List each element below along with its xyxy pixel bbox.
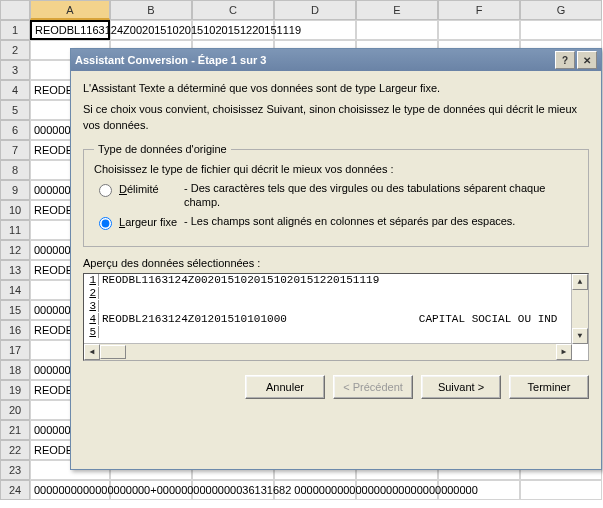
row-header-19[interactable]: 19	[0, 380, 30, 400]
cell-F1[interactable]	[438, 20, 520, 40]
delimited-label[interactable]: Délimité	[119, 183, 159, 195]
row-header-11[interactable]: 11	[0, 220, 30, 240]
preview-line: 3	[84, 300, 572, 313]
fixed-width-radio[interactable]	[99, 217, 112, 230]
intro-line-2: Si ce choix vous convient, choisissez Su…	[83, 102, 589, 133]
column-header-B[interactable]: B	[110, 0, 192, 20]
column-header-F[interactable]: F	[438, 0, 520, 20]
select-all-corner[interactable]	[0, 0, 30, 20]
finish-button[interactable]: Terminer	[509, 375, 589, 399]
dialog-titlebar[interactable]: Assistant Conversion - Étape 1 sur 3 ? ✕	[71, 49, 601, 71]
text-import-wizard-dialog: Assistant Conversion - Étape 1 sur 3 ? ✕…	[70, 48, 602, 470]
column-header-E[interactable]: E	[356, 0, 438, 20]
delimited-desc: - Des caractères tels que des virgules o…	[184, 181, 578, 210]
row-header-16[interactable]: 16	[0, 320, 30, 340]
cell-G24[interactable]	[520, 480, 602, 500]
row-header-13[interactable]: 13	[0, 260, 30, 280]
preview-label: Aperçu des données sélectionnées :	[83, 257, 589, 269]
fixed-width-label[interactable]: Largeur fixe	[119, 216, 177, 228]
back-button: < Précédent	[333, 375, 413, 399]
fixed-width-desc: - Les champs sont alignés en colonnes et…	[184, 214, 578, 228]
scroll-up-icon[interactable]: ▲	[572, 274, 588, 290]
column-header-A[interactable]: A	[30, 0, 110, 20]
row-header-10[interactable]: 10	[0, 200, 30, 220]
column-header-D[interactable]: D	[274, 0, 356, 20]
row-header-1[interactable]: 1	[0, 20, 30, 40]
cancel-button[interactable]: Annuler	[245, 375, 325, 399]
row-header-22[interactable]: 22	[0, 440, 30, 460]
column-header-C[interactable]: C	[192, 0, 274, 20]
scroll-right-icon[interactable]: ▶	[556, 344, 572, 360]
preview-line: 5	[84, 326, 572, 339]
preview-line: 1REODBL1163124Z0020151020151020151220151…	[84, 274, 572, 287]
row-header-23[interactable]: 23	[0, 460, 30, 480]
scroll-left-icon[interactable]: ◀	[84, 344, 100, 360]
cell-A24[interactable]: 0000000000000000000+00000000000000361316…	[30, 480, 110, 500]
next-button[interactable]: Suivant >	[421, 375, 501, 399]
row-header-15[interactable]: 15	[0, 300, 30, 320]
row-header-6[interactable]: 6	[0, 120, 30, 140]
row-header-3[interactable]: 3	[0, 60, 30, 80]
row-header-5[interactable]: 5	[0, 100, 30, 120]
preview-line: 2	[84, 287, 572, 300]
row-header-21[interactable]: 21	[0, 420, 30, 440]
row-header-9[interactable]: 9	[0, 180, 30, 200]
group-prompt: Choisissez le type de fichier qui décrit…	[94, 163, 578, 175]
cell-A1[interactable]: REODBL1163124Z00201510201510201512201511…	[30, 20, 110, 40]
preview-line: 4REODBL2163124Z01201510101000 CAPITAL SO…	[84, 313, 572, 326]
row-header-17[interactable]: 17	[0, 340, 30, 360]
cell-G1[interactable]	[520, 20, 602, 40]
original-data-type-group: Type de données d'origine Choisissez le …	[83, 143, 589, 247]
preview-vertical-scrollbar[interactable]: ▲ ▼	[571, 274, 588, 344]
row-header-8[interactable]: 8	[0, 160, 30, 180]
row-header-2[interactable]: 2	[0, 40, 30, 60]
row-header-12[interactable]: 12	[0, 240, 30, 260]
row-header-14[interactable]: 14	[0, 280, 30, 300]
delimited-radio[interactable]	[99, 184, 112, 197]
group-legend: Type de données d'origine	[94, 143, 231, 155]
row-header-20[interactable]: 20	[0, 400, 30, 420]
column-header-G[interactable]: G	[520, 0, 602, 20]
preview-horizontal-scrollbar[interactable]: ◀ ▶	[84, 343, 572, 360]
row-header-4[interactable]: 4	[0, 80, 30, 100]
scroll-down-icon[interactable]: ▼	[572, 328, 588, 344]
dialog-title: Assistant Conversion - Étape 1 sur 3	[75, 54, 266, 66]
data-preview: 1REODBL1163124Z0020151020151020151220151…	[83, 273, 589, 361]
intro-line-1: L'Assistant Texte a déterminé que vos do…	[83, 81, 589, 96]
help-button[interactable]: ?	[555, 51, 575, 69]
row-header-24[interactable]: 24	[0, 480, 30, 500]
cell-E1[interactable]	[356, 20, 438, 40]
close-button[interactable]: ✕	[577, 51, 597, 69]
scroll-thumb[interactable]	[100, 345, 126, 359]
row-header-18[interactable]: 18	[0, 360, 30, 380]
row-header-7[interactable]: 7	[0, 140, 30, 160]
